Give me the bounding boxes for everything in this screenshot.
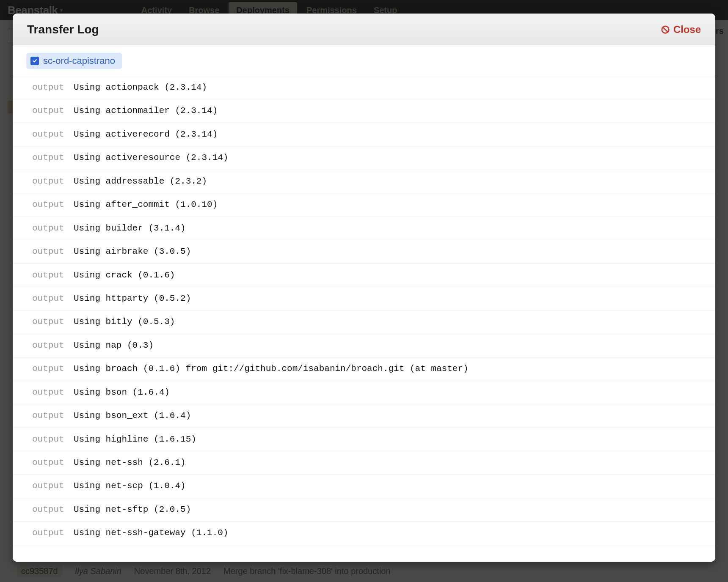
- log-row: outputUsing crack (0.1.6): [13, 264, 715, 287]
- log-type: output: [28, 81, 64, 94]
- log-type: output: [28, 433, 64, 446]
- close-button[interactable]: Close: [661, 24, 701, 36]
- log-message: Using net-ssh-gateway (1.1.0): [74, 527, 700, 539]
- log-row: outputUsing highline (1.6.15): [13, 428, 715, 451]
- log-message: Using bson_ext (1.6.4): [74, 409, 700, 422]
- modal-header: Transfer Log Close: [13, 14, 715, 45]
- log-message: Using httparty (0.5.2): [74, 292, 700, 305]
- log-message: Using activerecord (2.3.14): [74, 128, 700, 141]
- server-tag-label: sc-ord-capistrano: [43, 55, 115, 66]
- log-type: output: [28, 362, 64, 375]
- log-type: output: [28, 292, 64, 305]
- log-row: outputUsing builder (3.1.4): [13, 217, 715, 240]
- log-type: output: [28, 245, 64, 258]
- log-message: Using addressable (2.3.2): [74, 175, 700, 188]
- log-type: output: [28, 269, 64, 282]
- modal-subbar: sc-ord-capistrano: [13, 45, 715, 76]
- log-type: output: [28, 316, 64, 328]
- log-type: output: [28, 527, 64, 539]
- modal-title: Transfer Log: [27, 23, 99, 36]
- log-message: Using nap (0.3): [74, 339, 700, 352]
- log-row: outputUsing actionmailer (2.3.14): [13, 99, 715, 123]
- log-row: outputUsing net-ssh (2.6.1): [13, 451, 715, 475]
- log-type: output: [28, 151, 64, 164]
- server-tag[interactable]: sc-ord-capistrano: [26, 53, 122, 69]
- log-message: Using actionmailer (2.3.14): [74, 104, 700, 117]
- log-message: Using activeresource (2.3.14): [74, 151, 700, 164]
- log-message: Using airbrake (3.0.5): [74, 245, 700, 258]
- log-message: Using after_commit (1.0.10): [74, 198, 700, 211]
- log-message: Using crack (0.1.6): [74, 269, 700, 282]
- log-row: outputUsing bitly (0.5.3): [13, 310, 715, 334]
- log-message: Using bitly (0.5.3): [74, 316, 700, 328]
- log-type: output: [28, 409, 64, 422]
- log-row: outputUsing broach (0.1.6) from git://gi…: [13, 357, 715, 381]
- log-row: outputUsing net-sftp (2.0.5): [13, 498, 715, 522]
- log-type: output: [28, 175, 64, 188]
- prohibit-icon: [661, 25, 670, 34]
- log-row: outputUsing after_commit (1.0.10): [13, 193, 715, 217]
- log-type: output: [28, 222, 64, 235]
- log-row: outputUsing airbrake (3.0.5): [13, 240, 715, 264]
- log-row: outputUsing nap (0.3): [13, 334, 715, 357]
- log-row: outputUsing activeresource (2.3.14): [13, 146, 715, 170]
- log-row: outputUsing actionpack (2.3.14): [13, 76, 715, 99]
- log-type: output: [28, 480, 64, 492]
- log-message: Using broach (0.1.6) from git://github.c…: [74, 362, 700, 375]
- log-row: outputUsing addressable (2.3.2): [13, 170, 715, 193]
- log-row: outputUsing bson_ext (1.6.4): [13, 404, 715, 428]
- log-type: output: [28, 456, 64, 469]
- log-message: Using builder (3.1.4): [74, 222, 700, 235]
- log-row: outputUsing httparty (0.5.2): [13, 287, 715, 310]
- log-row: outputUsing net-scp (1.0.4): [13, 475, 715, 498]
- close-label: Close: [673, 24, 701, 36]
- log-row: outputUsing activerecord (2.3.14): [13, 123, 715, 146]
- log-type: output: [28, 128, 64, 141]
- log-message: Using highline (1.6.15): [74, 433, 700, 446]
- log-type: output: [28, 339, 64, 352]
- modal-overlay: Transfer Log Close sc-ord-capistr: [0, 0, 728, 582]
- log-message: Using actionpack (2.3.14): [74, 81, 700, 94]
- log-row: outputUsing bson (1.6.4): [13, 381, 715, 404]
- log-type: output: [28, 198, 64, 211]
- svg-line-1: [663, 27, 667, 32]
- log-message: Using bson (1.6.4): [74, 386, 700, 399]
- check-icon: [30, 57, 39, 65]
- log-type: output: [28, 503, 64, 516]
- log-type: output: [28, 386, 64, 399]
- log-message: Using net-ssh (2.6.1): [74, 456, 700, 469]
- transfer-log-modal: Transfer Log Close sc-ord-capistr: [13, 14, 715, 562]
- log-row: outputUsing net-ssh-gateway (1.1.0): [13, 522, 715, 545]
- log-body[interactable]: outputUsing actionpack (2.3.14)outputUsi…: [13, 76, 715, 562]
- log-type: output: [28, 104, 64, 117]
- log-message: Using net-sftp (2.0.5): [74, 503, 700, 516]
- log-message: Using net-scp (1.0.4): [74, 480, 700, 492]
